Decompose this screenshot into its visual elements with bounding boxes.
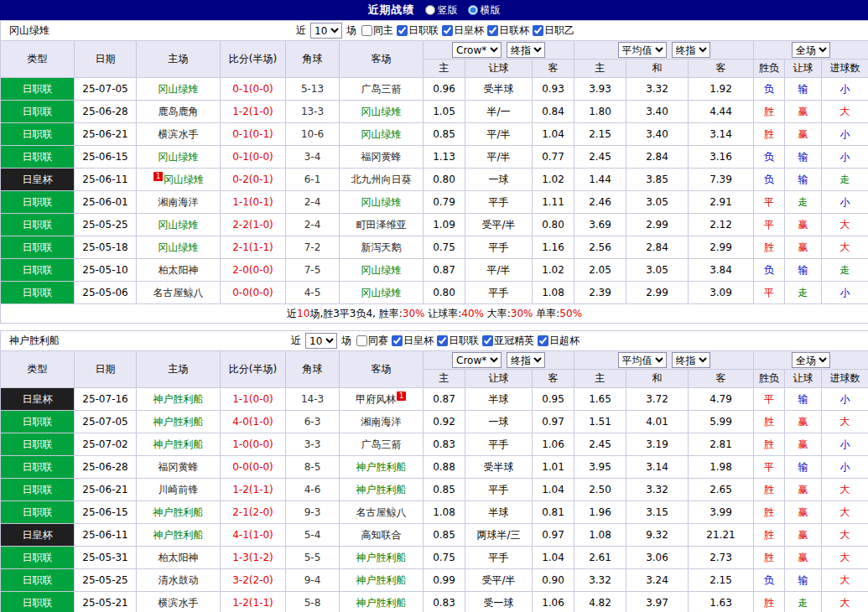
same-filter-checkbox[interactable]: [361, 25, 372, 36]
team-name-link[interactable]: 神户胜利船: [153, 529, 204, 541]
score-cell[interactable]: 2-0(0-0): [221, 259, 286, 282]
score-cell[interactable]: 2-1(2-0): [221, 501, 286, 524]
away-team-cell[interactable]: 名古屋鲸八: [340, 501, 424, 524]
away-team-cell[interactable]: 神户胜利船: [340, 456, 424, 479]
home-team-cell[interactable]: 柏太阳神: [137, 547, 221, 569]
odds-source-select[interactable]: Crow*: [452, 42, 502, 58]
away-team-cell[interactable]: 广岛三箭: [340, 433, 424, 456]
away-team-cell[interactable]: 广岛三箭: [340, 78, 424, 101]
team-name-link[interactable]: 柏太阳神: [159, 264, 199, 276]
same-filter-option[interactable]: 同主: [361, 23, 393, 38]
away-team-cell[interactable]: 高知联合: [340, 524, 424, 547]
home-team-cell[interactable]: 福冈黄蜂: [137, 456, 221, 479]
team-name-link[interactable]: 甲府风林: [356, 393, 396, 405]
home-team-cell[interactable]: 清水鼓动: [137, 569, 221, 592]
league-filter-checkbox[interactable]: [392, 335, 403, 346]
home-team-cell[interactable]: 横滨水手: [137, 123, 221, 146]
team-name-link[interactable]: 名古屋鲸八: [356, 506, 407, 518]
away-team-cell[interactable]: 神户胜利船: [340, 479, 424, 501]
league-filter-option[interactable]: 日职联: [397, 23, 439, 38]
score-cell[interactable]: 0-0(0-0): [221, 282, 286, 304]
team-name-link[interactable]: 川崎前锋: [159, 484, 199, 495]
odds-time-select[interactable]: 终指: [507, 42, 545, 58]
league-filter-option[interactable]: 日皇杯: [442, 23, 484, 38]
score-cell[interactable]: 1-2(1-0): [221, 101, 286, 123]
away-team-cell[interactable]: 神户胜利船: [340, 569, 424, 592]
team-name-link[interactable]: 湘南海洋: [361, 416, 402, 428]
team-name-link[interactable]: 清水鼓动: [159, 574, 199, 586]
away-team-cell[interactable]: 冈山绿雉: [340, 259, 424, 282]
team-name-link[interactable]: 神户胜利船: [356, 552, 407, 563]
avg-source-select[interactable]: 平均值: [618, 42, 667, 58]
league-filter-checkbox[interactable]: [533, 25, 543, 36]
team-name-link[interactable]: 神户胜利船: [356, 484, 407, 495]
team-name-link[interactable]: 福冈黄蜂: [361, 151, 402, 163]
home-team-cell[interactable]: 横滨水手: [137, 592, 221, 612]
score-cell[interactable]: 0-2(0-1): [221, 169, 286, 191]
score-cell[interactable]: 0-1(0-0): [221, 146, 286, 169]
odds-time-select[interactable]: 终指: [507, 352, 545, 368]
score-cell[interactable]: 1-2(1-1): [221, 592, 286, 612]
league-filter-option[interactable]: 日职联: [437, 334, 479, 348]
home-team-cell[interactable]: 神户胜利船: [137, 524, 221, 547]
away-team-cell[interactable]: 甲府风林1: [340, 388, 424, 411]
avg-time-select[interactable]: 终指: [672, 352, 710, 368]
away-team-cell[interactable]: 冈山绿雉: [340, 101, 424, 123]
team-name-link[interactable]: 冈山绿雉: [159, 151, 199, 163]
team-name-link[interactable]: 冈山绿雉: [164, 174, 204, 185]
vertical-radio[interactable]: [425, 5, 435, 15]
home-team-cell[interactable]: 名古屋鲸八: [137, 282, 221, 304]
home-team-cell[interactable]: 湘南海洋: [137, 191, 221, 214]
team-name-link[interactable]: 新泻天鹅: [361, 241, 402, 253]
team-name-link[interactable]: 神户胜利船: [153, 438, 204, 450]
score-cell[interactable]: 0-0(0-0): [221, 456, 286, 479]
score-cell[interactable]: 2-1(1-1): [221, 236, 286, 259]
home-team-cell[interactable]: 神户胜利船: [137, 411, 221, 433]
team-name-link[interactable]: 神户胜利船: [153, 506, 204, 518]
league-filter-option[interactable]: 日职乙: [533, 23, 574, 38]
away-team-cell[interactable]: 神户胜利船: [340, 592, 424, 612]
score-cell[interactable]: 0-1(0-1): [221, 123, 286, 146]
home-team-cell[interactable]: 冈山绿雉: [137, 236, 221, 259]
scope-select[interactable]: 全场: [792, 42, 830, 58]
avg-source-select[interactable]: 平均值: [618, 352, 667, 368]
layout-option-horizontal[interactable]: 横版: [468, 3, 501, 18]
league-filter-option[interactable]: 日联杯: [487, 23, 529, 38]
same-filter-option[interactable]: 同赛: [356, 334, 388, 348]
team-name-link[interactable]: 湘南海洋: [159, 196, 199, 208]
away-team-cell[interactable]: 福冈黄蜂: [340, 146, 424, 169]
team-name-link[interactable]: 冈山绿雉: [159, 219, 199, 231]
layout-option-vertical[interactable]: 竖版: [425, 3, 458, 18]
league-filter-option[interactable]: 亚冠精英: [482, 334, 534, 348]
home-team-cell[interactable]: 柏太阳神: [137, 259, 221, 282]
away-team-cell[interactable]: 町田泽维亚: [340, 214, 424, 236]
team-name-link[interactable]: 广岛三箭: [361, 438, 402, 450]
team-name-link[interactable]: 神户胜利船: [153, 393, 204, 405]
league-filter-checkbox[interactable]: [442, 25, 453, 36]
score-cell[interactable]: 1-2(1-1): [221, 479, 286, 501]
team-name-link[interactable]: 横滨水手: [159, 128, 199, 140]
away-team-cell[interactable]: 冈山绿雉: [340, 282, 424, 304]
team-name-link[interactable]: 神户胜利船: [356, 597, 407, 609]
team-name-link[interactable]: 北九州向日葵: [351, 174, 412, 185]
away-team-cell[interactable]: 北九州向日葵: [340, 169, 424, 191]
team-name-link[interactable]: 冈山绿雉: [361, 128, 402, 140]
home-team-cell[interactable]: 鹿岛鹿角: [137, 101, 221, 123]
team-name-link[interactable]: 广岛三箭: [361, 83, 402, 95]
recent-count-select[interactable]: 10: [310, 23, 342, 39]
score-cell[interactable]: 3-2(2-0): [221, 569, 286, 592]
home-team-cell[interactable]: 神户胜利船: [137, 388, 221, 411]
team-name-link[interactable]: 名古屋鲸八: [153, 287, 204, 298]
team-name-link[interactable]: 冈山绿雉: [361, 106, 402, 117]
score-cell[interactable]: 1-1(0-0): [221, 388, 286, 411]
home-team-cell[interactable]: 冈山绿雉: [137, 78, 221, 101]
team-name-link[interactable]: 冈山绿雉: [361, 264, 402, 276]
home-team-cell[interactable]: 神户胜利船: [137, 433, 221, 456]
scope-select[interactable]: 全场: [792, 352, 830, 368]
home-team-cell[interactable]: 冈山绿雉: [137, 146, 221, 169]
score-cell[interactable]: 0-1(0-0): [221, 78, 286, 101]
league-filter-checkbox[interactable]: [482, 335, 493, 346]
score-cell[interactable]: 4-0(1-0): [221, 411, 286, 433]
team-name-link[interactable]: 町田泽维亚: [356, 219, 407, 231]
league-filter-checkbox[interactable]: [538, 335, 548, 346]
